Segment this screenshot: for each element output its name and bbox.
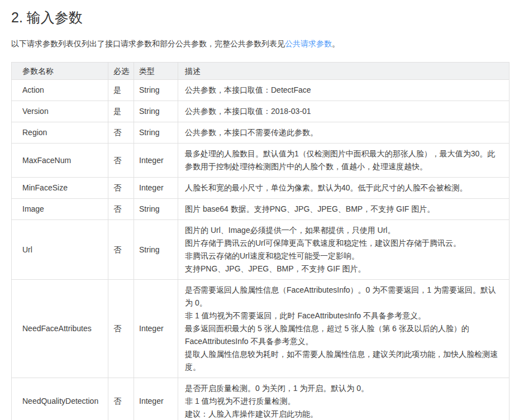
param-desc-cell: 公共参数，本接口取值：2018-03-01 [178, 101, 510, 122]
param-desc-cell: 图片 base64 数据。支持PNG、JPG、JPEG、BMP，不支持 GIF … [178, 199, 510, 220]
header-description: 描述 [178, 63, 510, 80]
param-required-cell: 否 [108, 178, 134, 199]
table-row: Url 否 String 图片的 Url、Image必须提供一个，如果都提供，只… [12, 220, 510, 280]
param-name-cell: MinFaceSize [12, 178, 108, 199]
param-required-cell: 否 [108, 144, 134, 178]
param-desc-cell: 人脸长和宽的最小尺寸，单位为像素。默认为40。低于此尺寸的人脸不会被检测。 [178, 178, 510, 199]
param-name-cell: NeedQualityDetection [12, 378, 108, 420]
table-row: MinFaceSize 否 Integer 人脸长和宽的最小尺寸，单位为像素。默… [12, 178, 510, 199]
header-type: 类型 [134, 63, 178, 80]
table-row: Version 是 String 公共参数，本接口取值：2018-03-01 [12, 101, 510, 122]
header-row: 参数名称 必选 类型 描述 [12, 63, 510, 80]
param-desc-cell: 公共参数，本接口取值：DetectFace [178, 80, 510, 101]
intro-text-after: 。 [332, 39, 340, 48]
param-desc-cell: 图片的 Url、Image必须提供一个，如果都提供，只使用 Url。图片存储于腾… [178, 220, 510, 280]
param-desc-cell: 公共参数，本接口不需要传递此参数。 [178, 122, 510, 144]
param-name-cell: Region [12, 122, 108, 144]
param-name-cell: Url [12, 220, 108, 280]
table-row: Image 否 String 图片 base64 数据。支持PNG、JPG、JP… [12, 199, 510, 220]
param-type-cell: String [134, 80, 178, 101]
page-title: 2. 输入参数 [11, 9, 510, 25]
param-name-cell: Image [12, 199, 108, 220]
param-type-cell: Integer [134, 378, 178, 420]
param-type-cell: String [134, 220, 178, 280]
param-type-cell: String [134, 122, 178, 144]
param-type-cell: String [134, 199, 178, 220]
param-desc-cell: 是否开启质量检测。0 为关闭，1 为开启。默认为 0。非 1 值均视为不进行质量… [178, 378, 510, 420]
param-name-cell: Version [12, 101, 108, 122]
param-required-cell: 否 [108, 122, 134, 144]
param-desc-cell: 是否需要返回人脸属性信息（FaceAttributesInfo）。0 为不需要返… [178, 280, 510, 378]
param-required-cell: 否 [108, 280, 134, 378]
params-table-body: Action 是 String 公共参数，本接口取值：DetectFace Ve… [12, 80, 510, 420]
doc-page: 2. 输入参数 以下请求参数列表仅列出了接口请求参数和部分公共参数，完整公共参数… [0, 0, 519, 420]
param-name-cell: Action [12, 80, 108, 101]
param-required-cell: 否 [108, 220, 134, 280]
param-type-cell: String [134, 101, 178, 122]
table-row: MaxFaceNum 否 Integer 最多处理的人脸数目。默认值为1（仅检测… [12, 144, 510, 178]
table-row: NeedQualityDetection 否 Integer 是否开启质量检测。… [12, 378, 510, 420]
table-row: Action 是 String 公共参数，本接口取值：DetectFace [12, 80, 510, 101]
param-desc-cell: 最多处理的人脸数目。默认值为1（仅检测图片中面积最大的那张人脸），最大值为30。… [178, 144, 510, 178]
params-table-head: 参数名称 必选 类型 描述 [12, 63, 510, 80]
param-required-cell: 否 [108, 378, 134, 420]
param-required-cell: 是 [108, 80, 134, 101]
param-type-cell: Integer [134, 144, 178, 178]
param-name-cell: MaxFaceNum [12, 144, 108, 178]
param-required-cell: 否 [108, 199, 134, 220]
table-row: NeedFaceAttributes 否 Integer 是否需要返回人脸属性信… [12, 280, 510, 378]
param-type-cell: Integer [134, 178, 178, 199]
input-params-table: 参数名称 必选 类型 描述 Action 是 String 公共参数，本接口取值… [11, 62, 510, 420]
header-required: 必选 [108, 63, 134, 80]
param-name-cell: NeedFaceAttributes [12, 280, 108, 378]
common-request-params-link[interactable]: 公共请求参数 [285, 39, 332, 48]
intro-text-before: 以下请求参数列表仅列出了接口请求参数和部分公共参数，完整公共参数列表见 [11, 39, 285, 48]
header-param-name: 参数名称 [12, 63, 108, 80]
intro-paragraph: 以下请求参数列表仅列出了接口请求参数和部分公共参数，完整公共参数列表见公共请求参… [11, 39, 510, 49]
param-required-cell: 是 [108, 101, 134, 122]
param-type-cell: Integer [134, 280, 178, 378]
table-row: Region 否 String 公共参数，本接口不需要传递此参数。 [12, 122, 510, 144]
